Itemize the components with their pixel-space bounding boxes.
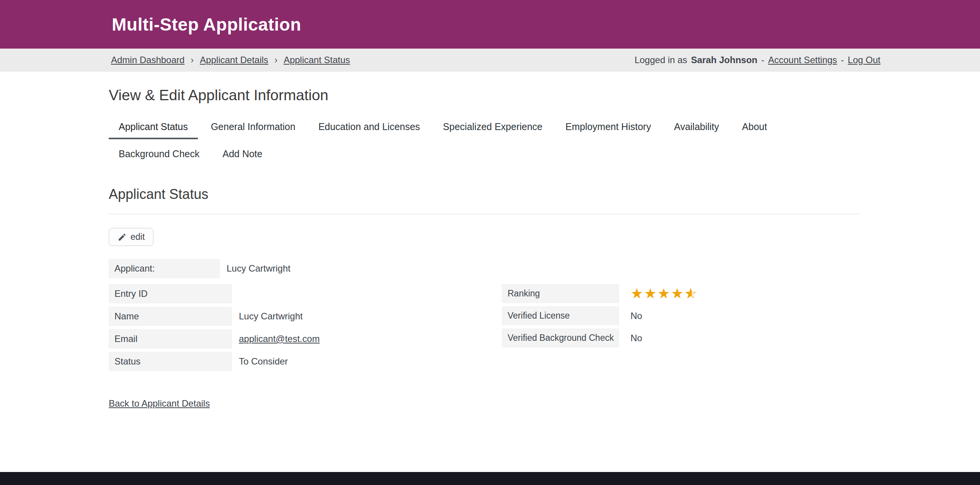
field-row-email: Emailapplicant@test.com	[109, 329, 502, 348]
tab-availability[interactable]: Availability	[664, 115, 729, 139]
tab-applicant-status[interactable]: Applicant Status	[109, 115, 198, 139]
breadcrumb-bar: Admin Dashboard›Applicant Details›Applic…	[0, 49, 980, 72]
session-separator: -	[761, 55, 764, 65]
app-header: Multi-Step Application	[0, 0, 980, 49]
section-title: Applicant Status	[109, 186, 861, 202]
logout-link[interactable]: Log Out	[848, 55, 880, 65]
field-value: No	[630, 333, 642, 343]
tab-general-information[interactable]: General Information	[201, 115, 305, 139]
field-label: Verified Background Check	[502, 329, 619, 347]
session-separator: -	[841, 55, 844, 65]
star-rating: ★★★★☆★	[630, 286, 698, 301]
star-full-icon: ★	[630, 286, 644, 301]
ranking-value: ★★★★☆★	[630, 286, 698, 301]
breadcrumb-link-applicant-details[interactable]: Applicant Details	[200, 55, 268, 65]
session-info: Logged in as Sarah Johnson - Account Set…	[635, 55, 880, 65]
user-name: Sarah Johnson	[691, 55, 757, 65]
page-title: View & Edit Applicant Information	[109, 87, 861, 104]
tab-specialized-experience[interactable]: Specialized Experience	[433, 115, 552, 139]
tab-education-and-licenses[interactable]: Education and Licenses	[309, 115, 430, 139]
edit-button-label: edit	[131, 232, 145, 242]
field-value: Lucy Cartwright	[239, 311, 303, 322]
field-value: applicant@test.com	[239, 334, 320, 344]
breadcrumb-separator: ›	[191, 55, 194, 65]
tab-about[interactable]: About	[732, 115, 777, 139]
tab-employment-history[interactable]: Employment History	[555, 115, 661, 139]
field-row-ranking: Ranking★★★★☆★	[502, 284, 861, 303]
star-full-icon: ★	[644, 286, 657, 301]
field-columns: Entry IDNameLucy CartwrightEmailapplican…	[109, 284, 861, 374]
applicant-row: Applicant: Lucy Cartwright	[109, 259, 861, 278]
breadcrumb-link-admin-dashboard[interactable]: Admin Dashboard	[111, 55, 185, 65]
logged-in-text: Logged in as	[635, 55, 687, 65]
star-half-icon: ☆★	[684, 286, 698, 301]
field-label: Entry ID	[109, 284, 232, 303]
breadcrumb-link-applicant-status[interactable]: Applicant Status	[284, 55, 350, 65]
field-label: Email	[109, 329, 232, 348]
edit-icon	[118, 233, 127, 242]
tab-add-note[interactable]: Add Note	[212, 142, 272, 166]
field-label: Name	[109, 307, 232, 326]
tab-bar: Applicant StatusGeneral InformationEduca…	[109, 115, 861, 166]
app-title: Multi-Step Application	[112, 14, 301, 35]
breadcrumb: Admin Dashboard›Applicant Details›Applic…	[111, 55, 350, 65]
back-link[interactable]: Back to Applicant Details	[109, 398, 210, 409]
tab-row-break	[109, 139, 861, 142]
field-label: Status	[109, 352, 232, 371]
tab-background-check[interactable]: Background Check	[109, 142, 209, 166]
field-label: Ranking	[502, 284, 619, 303]
main-content: View & Edit Applicant Information Applic…	[0, 87, 980, 409]
field-value: To Consider	[239, 356, 288, 367]
footer-bar	[0, 472, 980, 485]
left-field-column: Entry IDNameLucy CartwrightEmailapplican…	[109, 284, 502, 374]
star-full-icon: ★	[671, 286, 684, 301]
account-settings-link[interactable]: Account Settings	[768, 55, 837, 65]
field-label: Verified License	[502, 306, 619, 325]
field-row-entry-id: Entry ID	[109, 284, 502, 303]
field-row-verified-background-check: Verified Background CheckNo	[502, 329, 861, 347]
field-row-status: StatusTo Consider	[109, 352, 502, 371]
email-link[interactable]: applicant@test.com	[239, 334, 320, 344]
edit-button[interactable]: edit	[109, 228, 154, 246]
right-field-column: Ranking★★★★☆★Verified LicenseNoVerified …	[502, 284, 861, 351]
breadcrumb-separator: ›	[274, 55, 278, 65]
field-value: No	[630, 311, 642, 321]
applicant-name-value: Lucy Cartwright	[227, 263, 291, 274]
applicant-label: Applicant:	[109, 259, 220, 278]
field-row-verified-license: Verified LicenseNo	[502, 306, 861, 325]
field-row-name: NameLucy Cartwright	[109, 307, 502, 326]
star-full-icon: ★	[657, 286, 671, 301]
section-divider	[109, 214, 861, 214]
